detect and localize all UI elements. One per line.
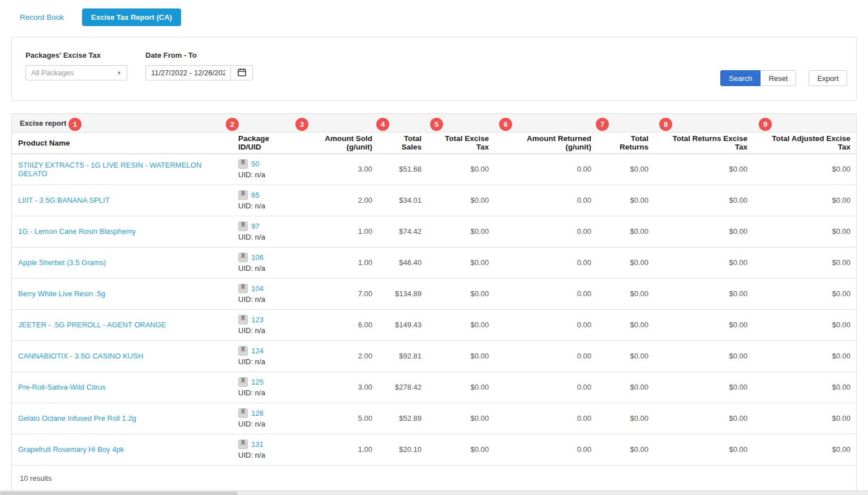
package-id-link[interactable]: 65: [251, 191, 259, 199]
filter-actions: Search Reset Export: [720, 51, 847, 86]
package-tag-icon: [238, 159, 248, 169]
step-badge-9: 9: [759, 118, 772, 131]
package-id-link[interactable]: 97: [251, 222, 259, 231]
package-id-link[interactable]: 50: [251, 160, 259, 168]
total-returns-cell: $0.00: [597, 278, 654, 309]
product-link[interactable]: Apple Sherbet (3.5 Grams): [18, 258, 106, 267]
total-returns-excise-tax-cell: $0.00: [654, 153, 753, 185]
package-uid: UID: n/a: [238, 357, 294, 366]
package-tag-icon: [238, 377, 248, 387]
package-tag-icon: [238, 190, 248, 200]
tab-record-book[interactable]: Record Book: [20, 13, 64, 22]
amount-sold-cell: 6.00: [300, 309, 378, 340]
total-adjusted-excise-tax-cell: $0.00: [753, 372, 856, 403]
amount-sold-cell: 3.00: [300, 153, 378, 185]
total-returns-excise-tax-cell: $0.00: [654, 309, 753, 340]
packages-filter-selected-value: All Packages: [31, 69, 74, 77]
date-range-input[interactable]: [145, 65, 230, 80]
package-uid: UID: n/a: [238, 170, 294, 179]
step-badge-5: 5: [430, 118, 443, 131]
product-link[interactable]: JEETER - .5G PREROLL - AGENT ORANGE: [18, 321, 166, 329]
total-adjusted-excise-tax-cell: $0.00: [753, 278, 856, 309]
package-id-link[interactable]: 104: [251, 284, 264, 293]
total-excise-tax-cell: $0.00: [427, 185, 495, 216]
export-button[interactable]: Export: [809, 70, 847, 86]
package-id-link[interactable]: 125: [251, 378, 264, 386]
product-link[interactable]: STIIIZY EXTRACTS - 1G LIVE RESIN - WATER…: [18, 161, 201, 178]
search-button[interactable]: Search: [720, 70, 760, 86]
report-title-bar: Excise report 1 2 3 4 5 6 7 8 9: [12, 114, 856, 133]
total-excise-tax-cell: $0.00: [427, 372, 495, 403]
package-tag-icon: [238, 253, 248, 262]
product-link[interactable]: Gelato Octane Infused Pre Roll 1.2g: [18, 414, 136, 423]
table-row: Pre-Roll-Sativa-Wild Citrus 125 UID: n/a…: [12, 372, 856, 403]
package-id-link[interactable]: 124: [251, 347, 264, 355]
total-excise-tax-cell: $0.00: [427, 403, 495, 434]
package-uid: UID: n/a: [238, 264, 294, 272]
total-returns-excise-tax-cell: $0.00: [654, 434, 753, 465]
package-id-link[interactable]: 106: [251, 253, 264, 262]
table-row: CANNABIOTIX - 3.5G CASINO KUSH 124 UID: …: [12, 340, 856, 372]
total-returns-excise-tax-cell: $0.00: [654, 372, 753, 403]
step-badge-2: 2: [226, 118, 239, 131]
package-id-link[interactable]: 123: [251, 315, 264, 324]
tab-excise-tax-report[interactable]: Excise Tax Report (CA): [82, 8, 181, 26]
total-adjusted-excise-tax-cell: $0.00: [753, 403, 856, 434]
step-badge-1: 1: [68, 118, 81, 131]
table-row: Grapefruit Rosemary Hi Boy 4pk 131 UID: …: [12, 434, 856, 465]
excise-report-panel: Excise report 1 2 3 4 5 6 7 8 9 Product …: [11, 113, 857, 491]
horizontal-scrollbar[interactable]: [0, 490, 868, 495]
total-returns-cell: $0.00: [597, 340, 654, 372]
product-link[interactable]: CANNABIOTIX - 3.5G CASINO KUSH: [18, 352, 143, 360]
table-row: JEETER - .5G PREROLL - AGENT ORANGE 123 …: [12, 309, 856, 340]
amount-sold-cell: 2.00: [300, 185, 378, 216]
total-sales-cell: $92.81: [378, 340, 427, 372]
total-excise-tax-cell: $0.00: [427, 216, 495, 247]
packages-filter-select[interactable]: All Packages ▼: [25, 65, 127, 80]
product-link[interactable]: Grapefruit Rosemary Hi Boy 4pk: [18, 445, 124, 454]
calendar-button[interactable]: [230, 65, 253, 80]
amount-returned-cell: 0.00: [495, 403, 597, 434]
package-uid: UID: n/a: [238, 233, 294, 241]
package-id-link[interactable]: 126: [251, 409, 264, 417]
total-returns-excise-tax-cell: $0.00: [654, 216, 753, 247]
total-excise-tax-cell: $0.00: [427, 153, 495, 185]
package-tag-icon: [238, 408, 248, 418]
amount-returned-cell: 0.00: [495, 340, 597, 372]
table-row: Berry White Live Resin .5g 104 UID: n/a …: [12, 278, 856, 309]
amount-returned-cell: 0.00: [495, 434, 597, 465]
product-link[interactable]: LIIIT - 3.5G BANANA SPLIT: [18, 196, 110, 204]
amount-sold-cell: 1.00: [300, 216, 378, 247]
product-link[interactable]: Berry White Live Resin .5g: [18, 289, 105, 298]
amount-returned-cell: 0.00: [495, 185, 597, 216]
total-returns-excise-tax-cell: $0.00: [654, 185, 753, 216]
amount-sold-cell: 5.00: [300, 403, 378, 434]
total-returns-cell: $0.00: [597, 403, 654, 434]
total-excise-tax-cell: $0.00: [427, 247, 495, 278]
horizontal-scrollbar-thumb[interactable]: [0, 492, 238, 495]
package-tag-icon: [238, 221, 248, 231]
total-returns-cell: $0.00: [597, 216, 654, 247]
table-header-row: Product Name Package ID/UID Amount Sold …: [12, 133, 856, 153]
reset-button[interactable]: Reset: [760, 70, 796, 86]
total-adjusted-excise-tax-cell: $0.00: [753, 247, 856, 278]
calendar-icon: [238, 68, 246, 78]
tab-bar: Record Book Excise Tax Report (CA): [0, 0, 868, 26]
col-header-total-returns-excise-tax: Total Returns Excise Tax: [654, 133, 753, 153]
col-header-amount-returned: Amount Returned (g/unit): [495, 133, 597, 153]
total-sales-cell: $34.01: [378, 185, 427, 216]
total-adjusted-excise-tax-cell: $0.00: [753, 309, 856, 340]
results-count: 10 results: [12, 465, 856, 490]
product-link[interactable]: Pre-Roll-Sativa-Wild Citrus: [18, 383, 106, 391]
package-uid: UID: n/a: [238, 326, 294, 335]
total-sales-cell: $149.43: [378, 309, 427, 340]
table-row: LIIIT - 3.5G BANANA SPLIT 65 UID: n/a 2.…: [12, 185, 856, 216]
total-returns-cell: $0.00: [597, 372, 654, 403]
product-link[interactable]: 1G - Lemon Cane Rosin Blasphemy: [18, 227, 136, 236]
package-uid: UID: n/a: [238, 202, 294, 210]
col-header-total-excise-tax: Total Excise Tax: [427, 133, 495, 153]
package-tag-icon: [238, 284, 248, 293]
total-excise-tax-cell: $0.00: [427, 278, 495, 309]
package-id-link[interactable]: 131: [251, 440, 264, 449]
date-range-label: Date From - To: [145, 51, 253, 59]
